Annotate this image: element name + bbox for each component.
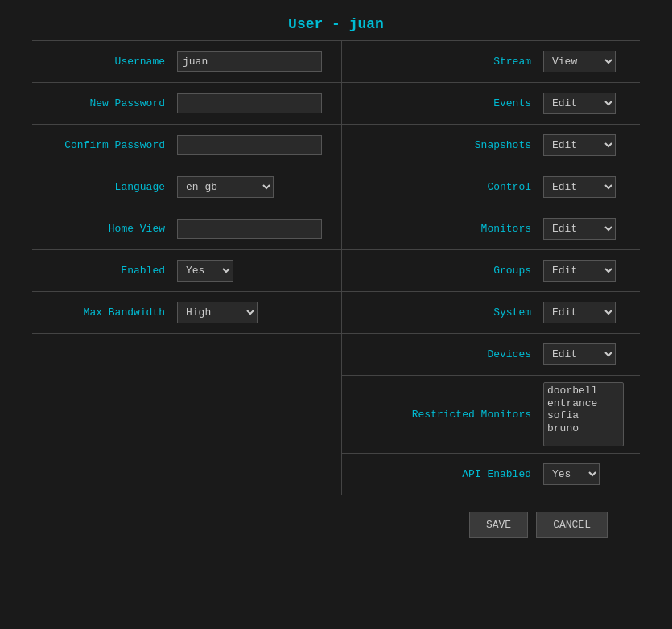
new-password-row: New Password [32, 83, 341, 125]
page-title: User - juan [32, 16, 640, 32]
new-password-label: New Password [40, 97, 177, 109]
restricted-monitors-control: doorbell entrance sofia bruno [543, 382, 632, 446]
stream-control: View Edit None [543, 51, 632, 72]
enabled-control: Yes No [177, 260, 333, 282]
control-row: Control Edit View None [342, 166, 640, 208]
monitors-select[interactable]: Edit View None [543, 218, 616, 240]
new-password-control [177, 93, 333, 113]
restricted-monitors-row: Restricted Monitors doorbell entrance so… [342, 376, 640, 454]
home-view-control [177, 219, 333, 239]
max-bandwidth-label: Max Bandwidth [40, 306, 177, 319]
username-input[interactable] [177, 51, 322, 72]
system-control: Edit View None [543, 302, 632, 323]
enabled-select[interactable]: Yes No [177, 260, 233, 282]
confirm-password-row: Confirm Password [32, 125, 341, 166]
home-view-input[interactable] [177, 219, 322, 239]
home-view-label: Home View [40, 223, 177, 235]
restricted-monitors-select[interactable]: doorbell entrance sofia bruno [543, 382, 624, 446]
monitors-row: Monitors Edit View None [342, 208, 640, 250]
api-enabled-row: API Enabled Yes No [342, 454, 640, 495]
groups-select[interactable]: Edit View None [543, 260, 616, 282]
username-row: Username [32, 41, 341, 83]
system-label: System [350, 306, 543, 319]
snapshots-label: Snapshots [350, 139, 543, 151]
new-password-input[interactable] [177, 93, 322, 113]
username-label: Username [40, 56, 177, 68]
username-control [177, 51, 333, 72]
page-container: User - juan Username New Password Confir… [0, 0, 672, 570]
events-label: Events [350, 97, 543, 109]
stream-select[interactable]: View Edit None [543, 51, 616, 72]
devices-select[interactable]: Edit View None [543, 343, 616, 365]
confirm-password-input[interactable] [177, 135, 322, 155]
control-label: Control [350, 181, 543, 193]
button-row: SAVE CANCEL [32, 495, 640, 554]
language-control: en_gb en_us es fr de [177, 176, 333, 198]
enabled-label: Enabled [40, 265, 177, 277]
api-enabled-label: API Enabled [350, 468, 543, 480]
left-column: Username New Password Confirm Password [32, 41, 342, 495]
devices-control: Edit View None [543, 343, 632, 365]
api-enabled-control: Yes No [543, 463, 632, 485]
stream-row: Stream View Edit None [342, 41, 640, 83]
max-bandwidth-control: High Medium Low Unlimited [177, 302, 333, 323]
snapshots-control: Edit View None [543, 134, 632, 156]
right-column: Stream View Edit None Events Edit View [342, 41, 640, 495]
groups-label: Groups [350, 265, 543, 277]
devices-row: Devices Edit View None [342, 334, 640, 376]
enabled-row: Enabled Yes No [32, 250, 341, 292]
language-row: Language en_gb en_us es fr de [32, 166, 341, 208]
max-bandwidth-row: Max Bandwidth High Medium Low Unlimited [32, 292, 341, 334]
confirm-password-control [177, 135, 333, 155]
events-select[interactable]: Edit View None [543, 92, 616, 114]
system-row: System Edit View None [342, 292, 640, 334]
form-layout: Username New Password Confirm Password [32, 41, 640, 495]
events-control: Edit View None [543, 92, 632, 114]
control-control: Edit View None [543, 176, 632, 198]
save-button[interactable]: SAVE [469, 512, 528, 538]
cancel-button[interactable]: CANCEL [536, 512, 608, 538]
stream-label: Stream [350, 56, 543, 68]
monitors-control: Edit View None [543, 218, 632, 240]
max-bandwidth-select[interactable]: High Medium Low Unlimited [177, 302, 258, 323]
devices-label: Devices [350, 348, 543, 360]
restricted-monitors-label: Restricted Monitors [350, 409, 543, 421]
monitors-label: Monitors [350, 223, 543, 235]
groups-row: Groups Edit View None [342, 250, 640, 292]
language-label: Language [40, 181, 177, 193]
api-enabled-select[interactable]: Yes No [543, 463, 600, 485]
groups-control: Edit View None [543, 260, 632, 282]
control-select[interactable]: Edit View None [543, 176, 616, 198]
events-row: Events Edit View None [342, 83, 640, 125]
snapshots-select[interactable]: Edit View None [543, 134, 616, 156]
language-select[interactable]: en_gb en_us es fr de [177, 176, 274, 198]
snapshots-row: Snapshots Edit View None [342, 125, 640, 166]
system-select[interactable]: Edit View None [543, 302, 616, 323]
home-view-row: Home View [32, 208, 341, 250]
confirm-password-label: Confirm Password [40, 139, 177, 151]
